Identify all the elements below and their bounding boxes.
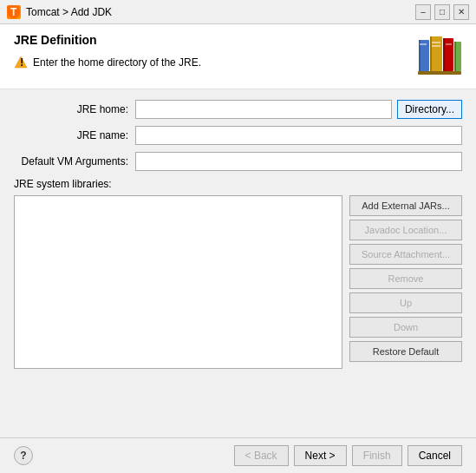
add-external-jars-button[interactable]: Add External JARs... (349, 195, 462, 216)
next-button[interactable]: Next > (294, 445, 347, 466)
books-icon-container (417, 31, 462, 79)
warning-row: ! Enter the home directory of the JRE. (14, 56, 462, 69)
close-button[interactable]: ✕ (453, 4, 469, 20)
back-button[interactable]: < Back (234, 445, 289, 466)
libraries-area: Add External JARs... Javadoc Location...… (14, 195, 462, 427)
books-icon (417, 31, 462, 76)
vm-args-input[interactable] (135, 152, 462, 171)
svg-text:T: T (10, 6, 17, 18)
jre-home-input[interactable] (135, 100, 392, 119)
jre-name-label: JRE name: (14, 129, 135, 141)
jre-home-row: JRE home: Directory... (14, 100, 462, 119)
maximize-button[interactable]: □ (434, 4, 450, 20)
tomcat-icon: T (7, 5, 21, 19)
warning-icon: ! (14, 56, 28, 69)
source-attachment-button[interactable]: Source Attachment... (349, 244, 462, 265)
help-button[interactable]: ? (14, 446, 33, 465)
restore-default-button[interactable]: Restore Default (349, 341, 462, 362)
footer: ? < Back Next > Finish Cancel (0, 437, 476, 473)
minimize-button[interactable]: – (415, 4, 431, 20)
section-title: JRE Definition (14, 33, 462, 47)
down-button[interactable]: Down (349, 317, 462, 338)
remove-button[interactable]: Remove (349, 268, 462, 289)
libraries-list[interactable] (14, 195, 342, 369)
jre-name-input[interactable] (135, 126, 462, 145)
warning-text: Enter the home directory of the JRE. (33, 56, 201, 69)
svg-text:!: ! (20, 56, 23, 69)
directory-button[interactable]: Directory... (397, 100, 462, 119)
window-controls: – □ ✕ (415, 4, 469, 20)
svg-rect-12 (443, 38, 445, 71)
libraries-buttons: Add External JARs... Javadoc Location...… (349, 195, 462, 427)
svg-rect-8 (430, 36, 432, 71)
svg-rect-9 (432, 42, 440, 43)
jre-name-row: JRE name: (14, 126, 462, 145)
window-title: Tomcat > Add JDK (26, 6, 415, 18)
header-area: JRE Definition ! Enter the home director… (0, 24, 476, 89)
javadoc-location-button[interactable]: Javadoc Location... (349, 220, 462, 240)
main-wrapper: JRE home: Directory... JRE name: Default… (0, 89, 476, 437)
svg-rect-15 (454, 42, 456, 71)
jre-home-label: JRE home: (14, 103, 135, 115)
title-bar: T Tomcat > Add JDK – □ ✕ (0, 0, 476, 24)
libraries-section-label: JRE system libraries: (14, 178, 462, 190)
up-button[interactable]: Up (349, 292, 462, 313)
vm-args-label: Default VM Arguments: (14, 155, 135, 168)
form-area: JRE home: Directory... JRE name: Default… (0, 89, 476, 437)
svg-rect-13 (446, 43, 452, 45)
svg-rect-16 (418, 71, 461, 75)
svg-rect-10 (432, 45, 440, 47)
vm-args-row: Default VM Arguments: (14, 152, 462, 171)
finish-button[interactable]: Finish (352, 445, 402, 466)
footer-left: ? (14, 446, 33, 465)
cancel-button[interactable]: Cancel (408, 445, 462, 466)
svg-rect-6 (420, 43, 427, 45)
